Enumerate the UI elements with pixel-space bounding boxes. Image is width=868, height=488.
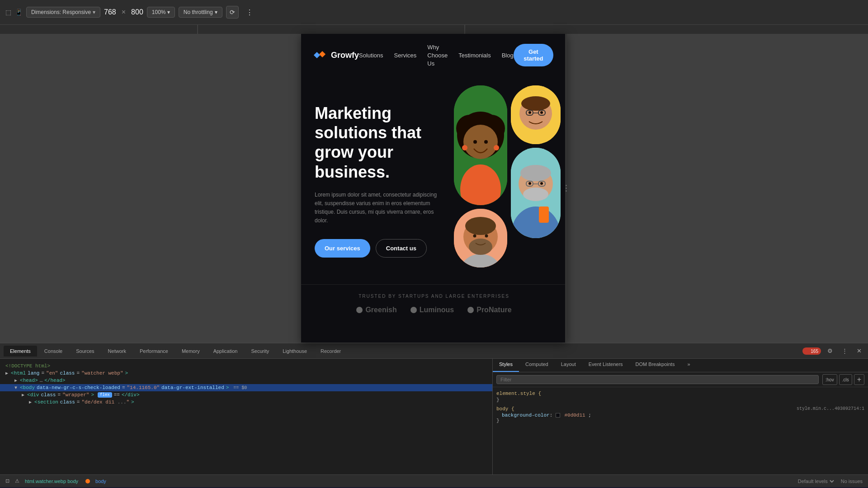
- dom-body[interactable]: ▼ <body data-new-gr-c-s-check-loaded="14…: [0, 384, 492, 391]
- avatar-4: [511, 148, 561, 238]
- tab-network[interactable]: Network: [102, 346, 132, 357]
- styles-filter-input[interactable]: [496, 375, 819, 384]
- tab-elements[interactable]: Elements: [4, 346, 37, 357]
- more-options-button[interactable]: ⋮: [242, 6, 257, 19]
- throttle-control[interactable]: No throttling ▾: [179, 7, 222, 18]
- contact-us-button[interactable]: Contact us: [376, 239, 427, 258]
- dimension-label: Dimensions: Responsive: [31, 9, 91, 15]
- cls-button[interactable]: .cls: [839, 374, 852, 385]
- trusted-logo-pronature: ProNature: [467, 306, 511, 314]
- trusted-label: TRUSTED BY STARTUPS AND LARGE ENTERPRISE…: [315, 294, 553, 299]
- tab-memory[interactable]: Memory: [175, 346, 206, 357]
- navigation: Growfy Solutions Services Why Choose Us …: [301, 34, 567, 76]
- nav-item-why-choose[interactable]: Why Choose Us: [427, 43, 448, 67]
- nav-item-blog[interactable]: Blog: [502, 51, 514, 59]
- nav-item-solutions[interactable]: Solutions: [359, 51, 383, 59]
- trusted-logo-luminous: Luminous: [410, 306, 454, 314]
- rotate-button[interactable]: ⟳: [226, 6, 239, 19]
- devtools-controls: ● 165 ⚙ ⋮ ✕: [802, 347, 864, 355]
- dom-head[interactable]: ▶ <head> … </head>: [0, 377, 492, 384]
- styles-tab-layout[interactable]: Layout: [555, 359, 582, 372]
- tab-application[interactable]: Application: [207, 346, 244, 357]
- nav-links: Solutions Services Why Choose Us Testimo…: [359, 43, 514, 67]
- devtools-toolbar: ⬚ 📱 Dimensions: Responsive ▾ 768 × 800 1…: [5, 6, 863, 19]
- elements-panel: <!DOCTYPE html> ▶ <html lang="en" class=…: [0, 359, 493, 474]
- styles-tab-event-listeners[interactable]: Event Listeners: [582, 359, 629, 372]
- viewport-width: 768: [104, 8, 116, 16]
- device-icon[interactable]: 📱: [15, 9, 23, 16]
- hero-title: Marketing solutions that grow your busin…: [315, 103, 445, 182]
- devtools-bottom-bar: ⊡ ⚠ html.watcher.webp body body Default …: [0, 474, 868, 487]
- svg-point-16: [465, 217, 496, 235]
- ruler: [0, 25, 868, 34]
- svg-point-17: [469, 239, 492, 255]
- dom-doctype: <!DOCTYPE html>: [0, 362, 492, 370]
- hero-images: [454, 85, 553, 271]
- console-icon[interactable]: ⊡: [5, 478, 9, 484]
- styles-filter-row: :hov .cls +: [493, 372, 868, 387]
- nav-item-services[interactable]: Services: [394, 51, 417, 59]
- styles-tabs: Styles Computed Layout Event Listeners D…: [493, 359, 868, 372]
- dom-breadcrumb: html.watcher.webp body: [25, 479, 78, 484]
- hov-button[interactable]: :hov: [822, 374, 837, 385]
- color-swatch: [556, 413, 560, 418]
- zoom-control[interactable]: 100% ▾: [147, 7, 175, 18]
- website-preview: Growfy Solutions Services Why Choose Us …: [301, 34, 567, 343]
- add-style-button[interactable]: +: [854, 374, 864, 385]
- styles-tab-styles[interactable]: Styles: [493, 359, 519, 372]
- logo-text: Growfy: [331, 51, 359, 60]
- svg-point-19: [485, 235, 488, 238]
- right-gutter: [567, 34, 868, 343]
- avatar-1: [454, 85, 507, 205]
- style-content: element.style { } body { style.min.c...4…: [493, 387, 868, 474]
- tab-lighthouse[interactable]: Lighthouse: [276, 346, 313, 357]
- error-count-badge: ● 165: [802, 347, 821, 355]
- style-selector-body: body {: [496, 406, 514, 412]
- styles-tab-computed[interactable]: Computed: [519, 359, 555, 372]
- style-property-bg: background-color: #0d0d11 ;: [496, 413, 864, 418]
- tab-console[interactable]: Console: [38, 346, 69, 357]
- svg-point-18: [473, 235, 476, 238]
- svg-point-11: [473, 140, 477, 144]
- svg-point-23: [521, 96, 550, 111]
- nav-item-testimonials[interactable]: Testimonials: [458, 51, 491, 59]
- pronature-icon: [467, 307, 474, 313]
- levels-select[interactable]: Default levels: [796, 478, 835, 484]
- left-gutter: [0, 34, 301, 343]
- logo: Growfy: [315, 50, 359, 61]
- viewport-height: 800: [131, 8, 143, 16]
- style-selector-element: element.style {: [496, 391, 864, 396]
- browser-toolbar: ⬚ 📱 Dimensions: Responsive ▾ 768 × 800 1…: [0, 0, 868, 25]
- hero-section: Marketing solutions that grow your busin…: [301, 76, 567, 284]
- tab-security[interactable]: Security: [245, 346, 275, 357]
- our-services-button[interactable]: Our services: [315, 239, 370, 258]
- devtools-main: <!DOCTYPE html> ▶ <html lang="en" class=…: [0, 359, 868, 474]
- more-devtools-icon[interactable]: ⋮: [839, 347, 850, 355]
- dimension-selector[interactable]: Dimensions: Responsive ▾: [26, 7, 100, 18]
- avatar-2: [511, 85, 561, 144]
- resize-handle[interactable]: [565, 34, 567, 343]
- hero-buttons: Our services Contact us: [315, 239, 445, 258]
- svg-point-38: [528, 182, 531, 185]
- tab-recorder[interactable]: Recorder: [314, 346, 347, 357]
- styles-tab-dom-breakpoints[interactable]: DOM Breakpoints: [629, 359, 681, 372]
- dom-wrapper-div[interactable]: ▶ <div class="wrapper" > flex == </div>: [0, 391, 492, 399]
- styles-tab-more[interactable]: »: [681, 359, 696, 372]
- bottom-bar-status: Default levels No issues: [796, 478, 863, 484]
- close-devtools-button[interactable]: ✕: [854, 347, 864, 355]
- chevron-icon: ▾: [93, 9, 95, 15]
- get-started-button[interactable]: Get started: [514, 44, 553, 66]
- svg-point-28: [540, 111, 543, 114]
- state-buttons: :hov .cls +: [822, 374, 864, 385]
- tab-sources[interactable]: Sources: [70, 346, 100, 357]
- issues-icon[interactable]: ⚠: [15, 478, 19, 484]
- viewport-area: Growfy Solutions Services Why Choose Us …: [0, 34, 868, 343]
- inspect-icon[interactable]: ⬚: [5, 9, 11, 16]
- settings-icon[interactable]: ⚙: [825, 347, 835, 355]
- svg-rect-31: [539, 206, 549, 223]
- dom-section[interactable]: ▶ <section class="de/dex di1 ..." >: [0, 399, 492, 406]
- dom-html[interactable]: ▶ <html lang="en" class="watcher webp" >: [0, 370, 492, 377]
- no-issues-label: No issues: [841, 479, 863, 484]
- svg-point-10: [494, 145, 499, 150]
- tab-performance[interactable]: Performance: [133, 346, 175, 357]
